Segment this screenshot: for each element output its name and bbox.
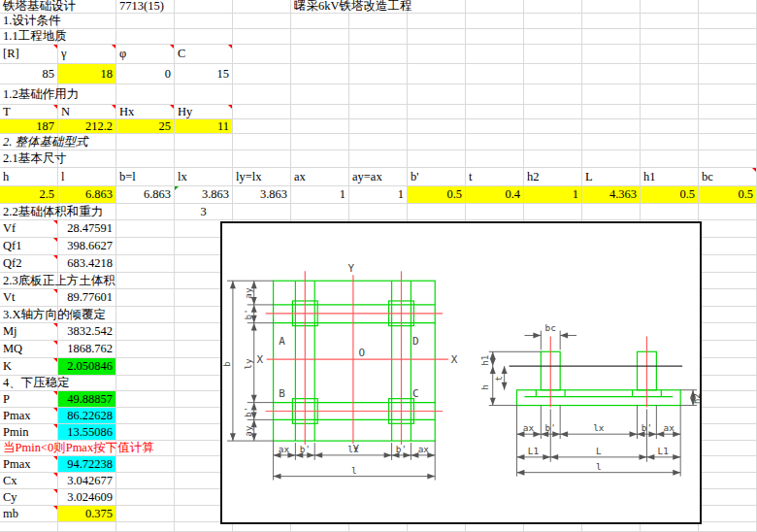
cell-M13[interactable]	[699, 204, 757, 219]
cell-I9[interactable]	[466, 134, 524, 150]
cell-A17[interactable]: 2.3底板正上方土体积	[0, 273, 58, 288]
cell-H12[interactable]: 0.5	[408, 186, 466, 203]
cell-M12[interactable]: 0.5	[699, 186, 757, 203]
cell-A14[interactable]: Vf	[0, 220, 58, 237]
cell-K2[interactable]	[582, 14, 641, 28]
cell-I4[interactable]	[466, 45, 524, 63]
cell-B20[interactable]: 3832.542	[58, 323, 116, 340]
cell-B29[interactable]: 3.042677	[58, 473, 116, 488]
cell-E10[interactable]	[233, 150, 291, 167]
cell-J10[interactable]	[524, 150, 582, 167]
cell-C12[interactable]: 6.863	[116, 186, 175, 203]
foundation-drawing[interactable]: A B D C O X X Y Y b ay b' ly b' ay ax b'…	[220, 221, 702, 524]
cell-A19[interactable]: 3.X轴方向的倾覆定	[0, 307, 58, 322]
cell-A13[interactable]: 2.2基础体积和重力	[0, 204, 58, 219]
cell-C19[interactable]	[116, 307, 175, 322]
cell-G5[interactable]	[349, 64, 408, 83]
cell-C10[interactable]	[116, 150, 175, 167]
cell-M30[interactable]	[699, 489, 757, 505]
cell-B15[interactable]: 398.6627	[58, 238, 116, 254]
cell-C8[interactable]: 25	[116, 119, 175, 133]
cell-M1[interactable]	[699, 0, 757, 13]
cell-G7[interactable]	[349, 105, 408, 118]
cell-B32[interactable]	[58, 522, 116, 531]
cell-C17[interactable]	[116, 273, 175, 288]
cell-I5[interactable]	[466, 64, 524, 83]
cell-K3[interactable]	[582, 29, 641, 44]
cell-C24[interactable]	[116, 391, 175, 407]
cell-E8[interactable]	[233, 119, 291, 133]
cell-M3[interactable]	[699, 29, 757, 44]
cell-M21[interactable]	[699, 341, 757, 357]
cell-D13[interactable]: 3	[175, 204, 233, 219]
cell-H3[interactable]	[408, 29, 466, 44]
cell-C21[interactable]	[116, 341, 175, 357]
cell-L10[interactable]	[641, 150, 699, 167]
cell-L12[interactable]: 0.5	[641, 186, 699, 203]
cell-M26[interactable]	[699, 424, 757, 440]
cell-A1[interactable]: 铁塔基础设计	[0, 0, 58, 13]
cell-A23[interactable]: 4、下压稳定	[0, 376, 58, 390]
cell-A6[interactable]: 1.2基础作用力	[0, 84, 58, 104]
cell-M32[interactable]	[699, 522, 757, 531]
cell-I6[interactable]	[466, 84, 524, 104]
cell-A30[interactable]: Cy	[0, 489, 58, 505]
cell-M16[interactable]	[699, 255, 757, 272]
cell-K13[interactable]	[582, 204, 641, 219]
cell-C31[interactable]	[116, 506, 175, 521]
cell-F5[interactable]	[291, 64, 349, 83]
cell-F13[interactable]	[291, 204, 349, 219]
cell-M2[interactable]	[699, 14, 757, 28]
cell-L9[interactable]	[641, 134, 699, 150]
cell-C6[interactable]	[116, 84, 175, 104]
cell-E7[interactable]	[233, 105, 291, 118]
cell-C3[interactable]	[116, 29, 175, 44]
cell-F11[interactable]: ax	[291, 168, 349, 185]
cell-A29[interactable]: Cx	[0, 473, 58, 488]
cell-C20[interactable]	[116, 323, 175, 340]
cell-M22[interactable]	[699, 358, 757, 375]
cell-G2[interactable]	[349, 14, 408, 28]
cell-G12[interactable]: 1	[349, 186, 408, 203]
cell-A3[interactable]: 1.1工程地质	[0, 29, 58, 44]
cell-C32[interactable]	[116, 522, 175, 531]
cell-M11[interactable]: bc	[699, 168, 757, 185]
cell-B22[interactable]: 2.050846	[58, 358, 116, 375]
cell-I13[interactable]	[466, 204, 524, 219]
cell-J6[interactable]	[524, 84, 582, 104]
cell-L3[interactable]	[641, 29, 699, 44]
cell-M4[interactable]	[699, 45, 757, 63]
cell-H13[interactable]	[408, 204, 466, 219]
cell-A25[interactable]: Pmax	[0, 408, 58, 423]
cell-M9[interactable]	[699, 134, 757, 150]
cell-G10[interactable]	[349, 150, 408, 167]
cell-H2[interactable]	[408, 14, 466, 28]
cell-F8[interactable]	[291, 119, 349, 133]
cell-L7[interactable]	[641, 105, 699, 118]
cell-D7[interactable]: Hy	[175, 105, 233, 118]
cell-I2[interactable]	[466, 14, 524, 28]
cell-M27[interactable]	[699, 441, 757, 455]
cell-L11[interactable]: h1	[641, 168, 699, 185]
cell-A5[interactable]: 85	[0, 64, 58, 83]
cell-B2[interactable]	[58, 14, 116, 28]
cell-C9[interactable]	[116, 134, 175, 150]
cell-M5[interactable]	[699, 64, 757, 83]
cell-D8[interactable]: 11	[175, 119, 233, 133]
cell-E6[interactable]	[233, 84, 291, 104]
cell-K11[interactable]: L	[582, 168, 641, 185]
cell-L1[interactable]	[641, 0, 699, 13]
cell-D11[interactable]: lx	[175, 168, 233, 185]
cell-D9[interactable]	[175, 134, 233, 150]
cell-L2[interactable]	[641, 14, 699, 28]
cell-B5[interactable]: 18	[58, 64, 116, 83]
cell-L5[interactable]	[641, 64, 699, 83]
cell-L4[interactable]	[641, 45, 699, 63]
cell-G4[interactable]	[349, 45, 408, 63]
cell-G6[interactable]	[349, 84, 408, 104]
cell-C25[interactable]	[116, 408, 175, 423]
cell-A21[interactable]: MQ	[0, 341, 58, 357]
cell-K1[interactable]	[582, 0, 641, 13]
cell-G13[interactable]	[349, 204, 408, 219]
cell-B25[interactable]: 86.22628	[58, 408, 116, 423]
